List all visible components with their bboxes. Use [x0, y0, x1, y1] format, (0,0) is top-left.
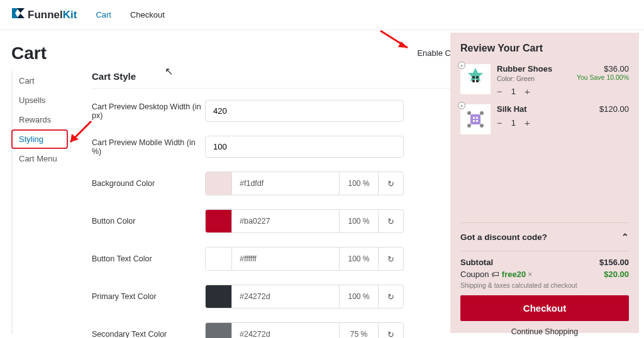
- qty-value: 1: [511, 87, 516, 96]
- cart-preview: Review Your Cart × Rubber Shoes Color: G…: [450, 33, 639, 333]
- reset-secondary[interactable]: ↻: [378, 323, 403, 338]
- svg-point-8: [467, 124, 471, 128]
- item-thumb: [460, 104, 491, 134]
- remove-coupon[interactable]: ×: [528, 270, 533, 279]
- item-right: $120.00: [599, 104, 629, 134]
- label-btn-text-color: Button Text Color: [92, 254, 205, 263]
- swatch-secondary[interactable]: [206, 323, 232, 338]
- chevron-up-icon: ⌃: [621, 232, 629, 242]
- item-save: You Save 10.00%: [577, 74, 629, 81]
- color-row-btn-text: #ffffff 100 % ↻: [205, 247, 404, 271]
- topnav-cart[interactable]: Cart: [96, 10, 111, 19]
- label-btn-color: Button Color: [92, 217, 205, 226]
- topnav-checkout[interactable]: Checkout: [130, 10, 165, 19]
- item-info: Rubber Shoes Color: Green − 1 +: [497, 64, 570, 97]
- item-info: Silk Hat − 1 +: [497, 104, 593, 134]
- input-desktop-width[interactable]: [205, 100, 404, 122]
- coupon-row: Coupon 🏷 free20× $20.00: [460, 270, 629, 279]
- discount-label: Got a discount code?: [460, 232, 547, 242]
- svg-marker-0: [468, 68, 483, 82]
- item-name: Rubber Shoes: [497, 64, 570, 74]
- item-right: $36.00 You Save 10.00%: [577, 64, 629, 97]
- pct-secondary[interactable]: 75 %: [339, 323, 378, 338]
- color-row-primary: #24272d 100 % ↻: [205, 285, 404, 308]
- cart-item: × Silk Hat − 1 + $120.00: [460, 104, 629, 134]
- page-title: Cart: [11, 43, 47, 63]
- tag-icon: 🏷: [491, 270, 499, 279]
- remove-item-icon[interactable]: ×: [458, 102, 465, 109]
- qty-minus[interactable]: −: [497, 86, 502, 97]
- qty-wrap: − 1 +: [497, 86, 570, 97]
- coupon-value: $20.00: [604, 270, 629, 279]
- reset-btn-text[interactable]: ↻: [378, 248, 403, 270]
- hex-bg[interactable]: #f1dfdf: [232, 179, 339, 188]
- hex-btn-text[interactable]: #ffffff: [232, 254, 339, 263]
- subtotal-label: Subtotal: [460, 258, 493, 267]
- sidebar-item-upsells[interactable]: Upsells: [19, 90, 80, 110]
- sidebar-item-styling[interactable]: Styling: [11, 129, 68, 149]
- swatch-bg[interactable]: [206, 172, 232, 195]
- logo-text-1: Funnel: [28, 9, 63, 21]
- label-primary-text: Primary Text Color: [92, 292, 205, 301]
- qty-plus[interactable]: +: [525, 86, 530, 97]
- item-price: $120.00: [599, 104, 629, 114]
- coupon-code: free20: [502, 270, 526, 279]
- input-mobile-width[interactable]: [205, 136, 404, 158]
- reset-bg[interactable]: ↻: [378, 172, 403, 195]
- svg-rect-13: [476, 120, 478, 122]
- reset-primary[interactable]: ↻: [378, 285, 403, 308]
- subtotal-row: Subtotal $156.00: [460, 258, 629, 267]
- svg-point-9: [480, 124, 484, 128]
- qty-plus[interactable]: +: [525, 117, 530, 128]
- sidebar-item-cart-menu[interactable]: Cart Menu: [19, 149, 80, 168]
- swatch-btn-text[interactable]: [206, 248, 232, 270]
- svg-rect-5: [470, 114, 480, 124]
- svg-rect-10: [473, 117, 475, 119]
- item-price: $36.00: [577, 64, 629, 74]
- sidebar-item-rewards[interactable]: Rewards: [19, 110, 80, 129]
- color-row-secondary: #24272d 75 % ↻: [205, 322, 404, 338]
- color-row-bg: #f1dfdf 100 % ↻: [205, 172, 404, 195]
- continue-shopping[interactable]: Continue Shopping: [460, 321, 629, 338]
- reset-btn[interactable]: ↻: [378, 210, 403, 232]
- swatch-btn[interactable]: [206, 210, 232, 232]
- label-bg-color: Background Color: [92, 179, 205, 188]
- qty-minus[interactable]: −: [497, 117, 502, 128]
- logo-icon: [11, 8, 25, 22]
- swatch-primary[interactable]: [206, 285, 232, 308]
- pct-bg[interactable]: 100 %: [339, 172, 378, 195]
- label-secondary-text: Secondary Text Color: [92, 330, 205, 338]
- svg-rect-2: [476, 76, 479, 79]
- pct-btn-text[interactable]: 100 %: [339, 248, 378, 270]
- preview-title: Review Your Cart: [460, 43, 629, 54]
- hex-btn[interactable]: #ba0227: [232, 217, 339, 226]
- qty-wrap: − 1 +: [497, 117, 593, 128]
- color-row-btn: #ba0227 100 % ↻: [205, 209, 404, 233]
- qty-value: 1: [511, 118, 516, 128]
- topbar: FunnelKit Cart Checkout: [0, 0, 644, 30]
- svg-point-7: [480, 111, 484, 115]
- shipping-note: Shipping & taxes calculated at checkout: [460, 281, 629, 289]
- item-thumb: [460, 64, 491, 94]
- item-meta: Color: Green: [497, 75, 570, 82]
- remove-item-icon[interactable]: ×: [458, 62, 465, 69]
- pct-btn[interactable]: 100 %: [339, 210, 378, 232]
- sidebar-item-cart[interactable]: Cart: [19, 71, 80, 90]
- sidebar: Cart Upsells Rewards Styling Cart Menu: [11, 71, 80, 335]
- hex-primary[interactable]: #24272d: [232, 292, 339, 301]
- pct-primary[interactable]: 100 %: [339, 285, 378, 308]
- coupon-left: Coupon 🏷 free20×: [460, 270, 533, 279]
- svg-point-6: [467, 111, 471, 115]
- item-name: Silk Hat: [497, 104, 593, 114]
- hex-secondary[interactable]: #24272d: [232, 330, 339, 338]
- label-desktop-width: Cart Preview Desktop Width (in px): [92, 102, 205, 120]
- totals: Subtotal $156.00 Coupon 🏷 free20× $20.00…: [460, 251, 629, 338]
- discount-toggle[interactable]: Got a discount code? ⌃: [460, 222, 629, 251]
- svg-rect-4: [476, 80, 479, 82]
- logo-text-2: Kit: [63, 9, 77, 21]
- logo: FunnelKit: [11, 8, 77, 22]
- svg-rect-12: [473, 120, 475, 122]
- checkout-button[interactable]: Checkout: [460, 295, 629, 321]
- svg-rect-1: [472, 76, 475, 79]
- cart-item: × Rubber Shoes Color: Green − 1 + $36.00…: [460, 64, 629, 97]
